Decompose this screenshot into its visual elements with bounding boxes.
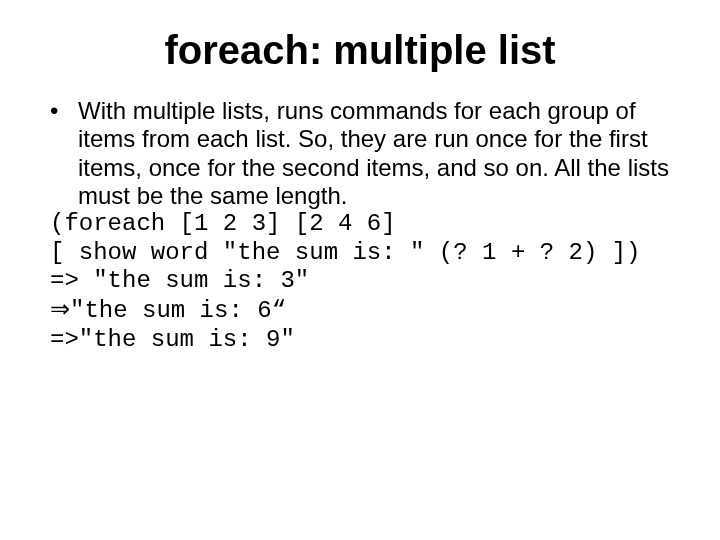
code-line-1: (foreach [1 2 3] [2 4 6] — [50, 210, 670, 238]
output-line-2: ⇒"the sum is: 6“ — [50, 295, 670, 325]
slide-title: foreach: multiple list — [50, 28, 670, 73]
slide: foreach: multiple list With multiple lis… — [0, 0, 720, 540]
slide-body: With multiple lists, runs commands for e… — [50, 97, 670, 354]
code-line-2: [ show word "the sum is: " (? 1 + ? 2) ]… — [50, 239, 670, 267]
double-arrow-icon: ⇒ — [50, 295, 70, 323]
output-line-3: =>"the sum is: 9" — [50, 326, 670, 354]
output-line-2-text: "the sum is: 6“ — [70, 297, 286, 325]
bullet-item: With multiple lists, runs commands for e… — [50, 97, 670, 210]
output-line-1: => "the sum is: 3" — [50, 267, 670, 295]
